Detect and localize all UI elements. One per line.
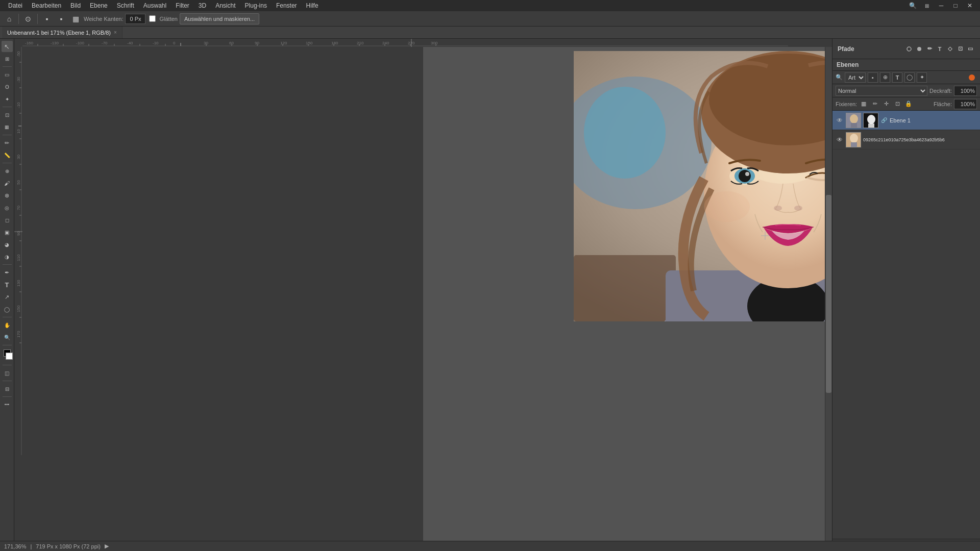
panel-load-btn[interactable]: ◇ [945, 44, 954, 54]
svg-text:150: 150 [306, 41, 313, 45]
close-btn[interactable]: ✕ [964, 0, 976, 12]
status-arrow[interactable]: ▶ [105, 543, 109, 549]
filter-type-btn[interactable]: T [892, 72, 902, 83]
zoom-tool[interactable]: 🔍 [2, 332, 13, 343]
vertical-scrollbar-thumb[interactable] [826, 195, 831, 392]
menu-3d[interactable]: 3D [194, 1, 210, 10]
menu-datei[interactable]: Datei [4, 1, 27, 10]
blend-mode-select[interactable]: Normal [836, 86, 927, 96]
dodge-tool[interactable]: ◑ [2, 251, 13, 262]
svg-point-81 [774, 206, 782, 211]
main-area: ↖ ⊞ ▭ ʘ ✦ ⊡ ▦ ✏ 📏 ⊕ 🖌 ⊗ ◎ ◻ ▣ ◕ ◑ ✒ T ↗ … [0, 39, 980, 551]
filter-smart-btn[interactable]: ✦ [917, 72, 927, 83]
panel-mask-btn[interactable]: T [935, 44, 944, 54]
blur-tool[interactable]: ◕ [2, 239, 13, 250]
panel-fill-btn[interactable] [915, 44, 924, 54]
lock-artboard-btn[interactable]: ⊡ [893, 99, 902, 109]
filter-pixel-btn[interactable]: ▪ [868, 72, 878, 83]
pfade-label: Pfade [838, 45, 854, 53]
brush-tool[interactable]: 🖌 [2, 178, 13, 189]
menu-bearbeiten[interactable]: Bearbeiten [28, 1, 65, 10]
weiche-kanten-input[interactable] [125, 14, 145, 24]
screen-mode-btn[interactable]: ⊟ [2, 383, 13, 394]
svg-text:-50: -50 [16, 51, 21, 57]
eyedropper-tool[interactable]: ✏ [2, 137, 13, 148]
document-tab[interactable]: Unbenannt-1 bei 171% (Ebene 1, RGB/8) × [2, 27, 122, 38]
filter-toggle[interactable] [969, 74, 975, 81]
tool-sep-9 [3, 381, 12, 381]
history-brush-tool[interactable]: ◎ [2, 202, 13, 213]
menu-auswahl[interactable]: Auswahl [139, 1, 170, 10]
fixieren-label: Fixieren: [836, 101, 857, 107]
menu-fenster[interactable]: Fenster [272, 1, 301, 10]
lasso-options-btn[interactable]: ⊙ [22, 13, 34, 25]
svg-point-91 [850, 114, 858, 123]
gradient-tool[interactable]: ▣ [2, 227, 13, 238]
slice-tool[interactable]: ▦ [2, 121, 13, 133]
shape-tool[interactable]: ◯ [2, 304, 13, 315]
hand-tool[interactable]: ✋ [2, 319, 13, 331]
marquee-tool[interactable]: ▭ [2, 69, 13, 80]
vertical-scrollbar[interactable] [825, 47, 832, 541]
menu-plugins[interactable]: Plug-ins [241, 1, 271, 10]
rect-sel-btn[interactable]: ▪ [41, 13, 53, 25]
horizontal-ruler-row: -160 -130 -100 -70 -40 -10 0 30 [14, 39, 832, 47]
document-canvas[interactable] [423, 47, 832, 551]
workspace-btn[interactable]: ⊞ [921, 0, 933, 12]
tool-sep-7 [3, 345, 12, 345]
layer-visibility-2[interactable]: 👁 [836, 136, 844, 144]
crop-tool[interactable]: ⊡ [2, 109, 13, 120]
artboard-tool[interactable]: ⊞ [2, 53, 13, 64]
menu-hilfe[interactable]: Hilfe [302, 1, 323, 10]
quick-mask-btn[interactable]: ◫ [2, 367, 13, 379]
ruler-tool[interactable]: 📏 [2, 149, 13, 161]
pen-tool[interactable]: ✒ [2, 267, 13, 278]
move-tool[interactable]: ↖ [2, 41, 13, 52]
freehand-sel-btn[interactable]: ▪ [55, 13, 67, 25]
filter-shape-btn[interactable]: ◯ [904, 72, 915, 83]
lock-transparent-btn[interactable]: ▦ [859, 99, 868, 109]
menu-filter[interactable]: Filter [172, 1, 193, 10]
layer-type-select[interactable]: Art [845, 72, 866, 83]
menu-bild[interactable]: Bild [66, 1, 85, 10]
menu-ansicht[interactable]: Ansicht [211, 1, 239, 10]
spot-healing-tool[interactable]: ⊕ [2, 165, 13, 177]
menu-schrift[interactable]: Schrift [113, 1, 138, 10]
panel-delete-btn[interactable]: ▭ [966, 44, 975, 54]
deckraft-input[interactable] [954, 86, 977, 96]
layer-item-ebene1[interactable]: 👁 [832, 111, 980, 130]
quick-select-tool[interactable]: ✦ [2, 93, 13, 105]
minimize-btn[interactable]: ─ [935, 0, 947, 12]
eraser-tool[interactable]: ◻ [2, 214, 13, 226]
more-tools-btn[interactable]: ••• [2, 399, 13, 410]
glaetten-checkbox[interactable] [149, 15, 156, 22]
svg-text:-100: -100 [76, 41, 85, 45]
background-color[interactable] [6, 353, 13, 360]
svg-point-80 [745, 172, 749, 176]
panel-stroke-btn[interactable]: ✏ [925, 44, 934, 54]
search-btn[interactable]: 🔍 [906, 0, 919, 12]
layer-mask-1 [863, 113, 878, 128]
panel-add-mask-btn[interactable]: ⊡ [955, 44, 965, 54]
zoom-level: 171,36% [4, 543, 26, 549]
type-tool[interactable]: T [2, 279, 13, 290]
maximize-btn[interactable]: □ [949, 0, 962, 12]
lock-all-btn[interactable]: 🔒 [904, 99, 913, 109]
auswaehlen-maskieren-btn[interactable]: Auswählen und maskieren... [180, 13, 259, 24]
svg-text:-130: -130 [51, 41, 59, 45]
lock-position-btn[interactable]: ✛ [881, 99, 891, 109]
tab-close-btn[interactable]: × [114, 30, 117, 35]
lock-pixels-btn[interactable]: ✏ [870, 99, 879, 109]
layer-item-photo[interactable]: 👁 09265c211e010a725e3ba4623a92b5b6 [832, 130, 980, 149]
add-sel-btn[interactable]: ▦ [69, 13, 82, 25]
lasso-tool[interactable]: ʘ [2, 81, 13, 92]
panel-create-btn[interactable] [904, 44, 914, 54]
clone-stamp-tool[interactable]: ⊗ [2, 190, 13, 201]
layer-visibility-1[interactable]: 👁 [836, 116, 844, 124]
flaeche-input[interactable] [954, 99, 977, 109]
canvas-dark-left [423, 47, 566, 551]
home-btn[interactable]: ⌂ [3, 13, 15, 25]
path-selection-tool[interactable]: ↗ [2, 291, 13, 303]
filter-adjust-btn[interactable]: ⊕ [880, 72, 890, 83]
menu-ebene[interactable]: Ebene [86, 1, 112, 10]
